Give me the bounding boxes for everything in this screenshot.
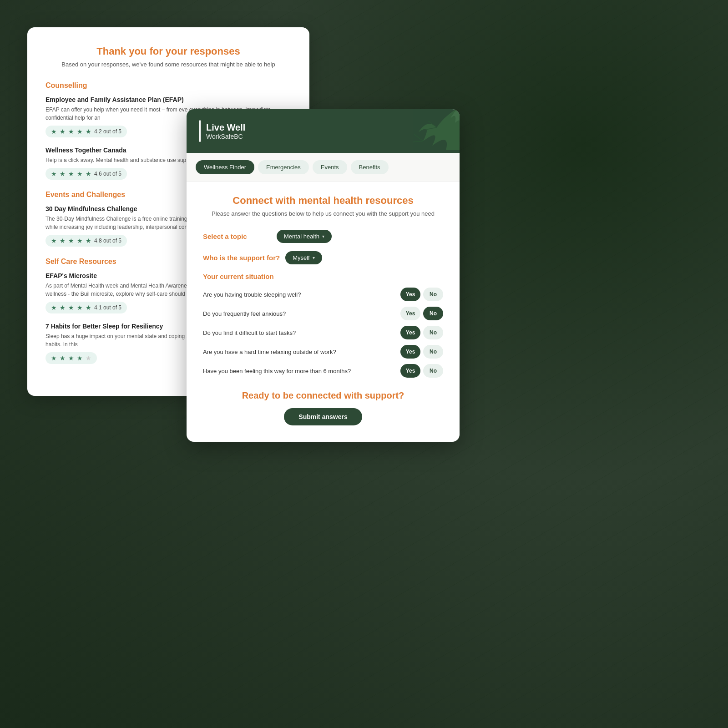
- brand-bar: [199, 120, 201, 142]
- resource-title-efap: Employee and Family Assistance Plan (EFA…: [46, 96, 291, 103]
- rating-efap: ★ ★ ★ ★ ★ 4.2 out of 5: [46, 126, 127, 137]
- yn-group-q3: Yes No: [400, 326, 443, 339]
- submit-button[interactable]: Submit answers: [284, 408, 362, 425]
- rating-text-microsite: 4.1 out of 5: [94, 304, 121, 311]
- question-row-q5: Have you been feeling this way for more …: [203, 364, 443, 378]
- yes-btn-q2[interactable]: Yes: [400, 307, 420, 320]
- no-btn-q4[interactable]: No: [423, 345, 443, 359]
- question-row-q1: Are you having trouble sleeping well? Ye…: [203, 288, 443, 301]
- yes-btn-q4[interactable]: Yes: [400, 345, 420, 359]
- no-btn-q5[interactable]: No: [423, 364, 443, 378]
- ready-section: Ready to be connected with support? Subm…: [203, 390, 443, 425]
- front-header: Live Well WorkSafeBC: [187, 109, 460, 153]
- rating-sleep: ★ ★ ★ ★ ★: [46, 352, 97, 364]
- support-label: Who is the support for?: [203, 254, 280, 262]
- rating-wt: ★ ★ ★ ★ ★ 4.6 out of 5: [46, 168, 127, 180]
- question-text-q5: Have you been feeling this way for more …: [203, 368, 400, 374]
- tab-emergencies[interactable]: Emergencies: [258, 160, 309, 174]
- question-text-q4: Are you have a hard time relaxing outsid…: [203, 349, 400, 355]
- front-card: Live Well WorkSafeBC Wellness Finder Eme…: [187, 109, 460, 442]
- star-2: ★: [60, 128, 66, 135]
- star-half: ★: [86, 128, 91, 135]
- yn-group-q4: Yes No: [400, 345, 443, 359]
- pine-decoration: [387, 109, 460, 153]
- chevron-down-icon: ▾: [322, 234, 324, 239]
- brand-name: Live Well: [206, 122, 245, 133]
- section-header-counselling: Counselling: [46, 81, 291, 90]
- svg-line-2: [414, 134, 423, 141]
- back-title: Thank you for your responses: [46, 46, 291, 57]
- yes-btn-q1[interactable]: Yes: [400, 288, 420, 301]
- topic-row: Select a topic Mental health ▾: [203, 230, 443, 243]
- tab-benefits[interactable]: Benefits: [351, 160, 389, 174]
- back-subtitle: Based on your responses, we've found som…: [46, 61, 291, 68]
- tab-events[interactable]: Events: [313, 160, 347, 174]
- question-text-q2: Do you frequently feel anxious?: [203, 310, 400, 317]
- no-btn-q2[interactable]: No: [423, 307, 443, 320]
- no-btn-q3[interactable]: No: [423, 326, 443, 339]
- topic-label: Select a topic: [203, 233, 271, 240]
- support-row: Who is the support for? Myself ▾: [203, 251, 443, 264]
- question-row-q3: Do you find it difficult to start tasks?…: [203, 326, 443, 339]
- situation-title: Your current situation: [203, 273, 443, 280]
- rating-microsite: ★ ★ ★ ★ ★ 4.1 out of 5: [46, 302, 127, 313]
- question-row-q4: Are you have a hard time relaxing outsid…: [203, 345, 443, 359]
- support-value: Myself: [293, 254, 310, 261]
- svg-line-0: [428, 121, 437, 127]
- topic-dropdown[interactable]: Mental health ▾: [277, 230, 332, 243]
- brand-text: Live Well WorkSafeBC: [206, 122, 245, 140]
- star-3: ★: [68, 128, 74, 135]
- rating-text-wt: 4.6 out of 5: [94, 171, 121, 177]
- yn-group-q1: Yes No: [400, 288, 443, 301]
- question-text-q1: Are you having trouble sleeping well?: [203, 291, 400, 298]
- brand-sub: WorkSafeBC: [206, 133, 245, 140]
- rating-text-mindfulness: 4.8 out of 5: [94, 238, 121, 244]
- tab-wellness-finder[interactable]: Wellness Finder: [196, 160, 254, 174]
- main-subtitle: Please answer the questions below to hel…: [203, 210, 443, 217]
- brand-area: Live Well WorkSafeBC: [199, 120, 245, 142]
- question-row-q2: Do you frequently feel anxious? Yes No: [203, 307, 443, 320]
- yes-btn-q5[interactable]: Yes: [400, 364, 420, 378]
- star-1: ★: [51, 128, 57, 135]
- front-content: Connect with mental health resources Ple…: [187, 182, 460, 442]
- question-text-q3: Do you find it difficult to start tasks?: [203, 329, 400, 336]
- star-4: ★: [77, 128, 83, 135]
- nav-tabs: Wellness Finder Emergencies Events Benef…: [187, 153, 460, 182]
- svg-line-1: [425, 127, 437, 130]
- support-dropdown[interactable]: Myself ▾: [285, 251, 322, 264]
- main-title: Connect with mental health resources: [203, 195, 443, 207]
- yn-group-q2: Yes No: [400, 307, 443, 320]
- situation-section: Your current situation Are you having tr…: [203, 273, 443, 378]
- rating-text-efap: 4.2 out of 5: [94, 128, 121, 135]
- topic-value: Mental health: [284, 233, 319, 240]
- yes-btn-q3[interactable]: Yes: [400, 326, 420, 339]
- svg-line-3: [413, 141, 423, 142]
- chevron-down-icon-2: ▾: [313, 255, 315, 260]
- ready-title: Ready to be connected with support?: [203, 390, 443, 401]
- rating-mindfulness: ★ ★ ★ ★ ★ 4.8 out of 5: [46, 235, 127, 247]
- no-btn-q1[interactable]: No: [423, 288, 443, 301]
- yn-group-q5: Yes No: [400, 364, 443, 378]
